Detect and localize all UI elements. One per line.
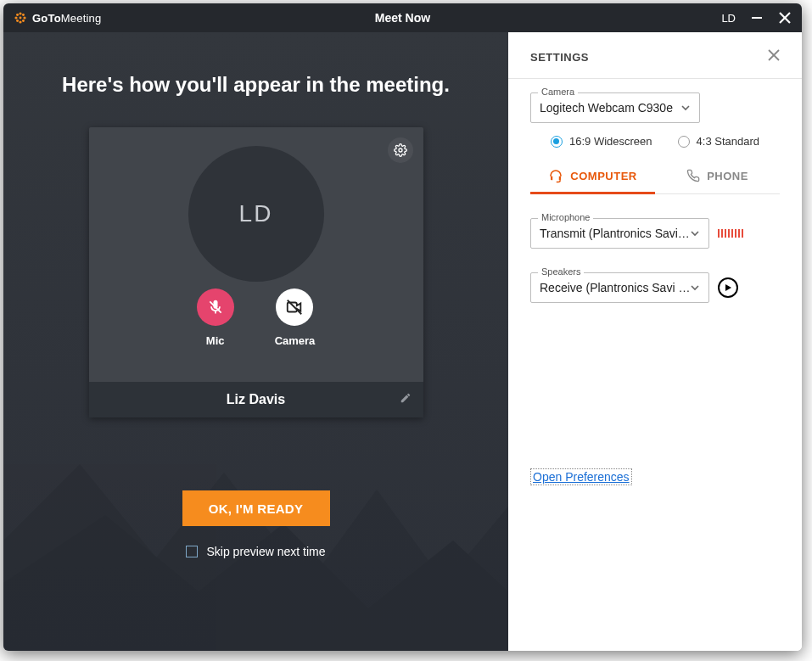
settings-panel: SETTINGS Camera Logitech Webcam C930e 16… [508, 32, 802, 651]
speakers-value: Receive (Plantronics Savi … [540, 281, 690, 294]
svg-point-12 [399, 148, 402, 152]
tab-computer-label: COMPUTER [570, 170, 636, 182]
svg-point-3 [14, 16, 17, 19]
tab-phone[interactable]: PHONE [655, 160, 780, 193]
skip-preview-checkbox[interactable]: Skip preview next time [186, 545, 325, 558]
camera-legend: Camera [538, 87, 578, 97]
tab-phone-label: PHONE [707, 170, 748, 182]
titlebar: GoToMeeting Meet Now LD [3, 3, 802, 32]
svg-point-2 [19, 20, 21, 23]
camera-off-icon [285, 298, 304, 316]
open-preferences-text[interactable]: Open Preferences [530, 468, 632, 485]
test-speakers-button[interactable] [718, 277, 738, 298]
svg-point-5 [16, 14, 19, 16]
microphone-legend: Microphone [538, 212, 593, 222]
play-icon [724, 283, 732, 292]
mic-level-meter [718, 229, 743, 238]
brand: GoToMeeting [14, 11, 183, 25]
camera-select[interactable]: Camera Logitech Webcam C930e [530, 92, 700, 123]
microphone-select[interactable]: Microphone Transmit (Plantronics Savi… [530, 218, 709, 249]
microphone-value: Transmit (Plantronics Savi… [540, 227, 690, 240]
aspect-standard-radio[interactable]: 4:3 Standard [678, 135, 759, 148]
checkbox-icon[interactable] [186, 546, 198, 557]
minimize-button[interactable] [751, 12, 763, 24]
phone-icon [686, 169, 700, 182]
preview-panel: Here's how you'll appear in the meeting.… [3, 32, 508, 651]
close-settings-icon[interactable] [768, 49, 780, 64]
headset-icon [548, 168, 563, 183]
mic-label: Mic [206, 334, 225, 347]
speakers-legend: Speakers [538, 266, 584, 277]
brand-text: GoToMeeting [32, 12, 101, 25]
aspect-widescreen-radio[interactable]: 16:9 Widescreen [551, 135, 652, 148]
open-preferences-link[interactable]: Open Preferences [530, 469, 632, 485]
window-title: Meet Now [183, 11, 622, 25]
gear-icon[interactable] [388, 137, 413, 163]
aspect-standard-label: 4:3 Standard [697, 135, 759, 148]
svg-point-0 [20, 17, 22, 20]
close-button[interactable] [778, 11, 792, 25]
avatar: LD [188, 146, 324, 282]
svg-point-4 [23, 16, 25, 19]
skip-preview-label: Skip preview next time [206, 545, 325, 558]
speakers-select[interactable]: Speakers Receive (Plantronics Savi … [530, 272, 709, 303]
settings-title: SETTINGS [530, 51, 589, 64]
avatar-initials: LD [239, 200, 273, 227]
mic-toggle-button[interactable] [197, 288, 234, 326]
daisy-icon [14, 11, 27, 25]
aspect-widescreen-label: 16:9 Widescreen [569, 135, 652, 148]
svg-point-7 [16, 20, 19, 22]
chevron-down-icon [690, 283, 700, 293]
mountains-background [3, 413, 508, 651]
ok-ready-button[interactable]: OK, I'M READY [182, 490, 330, 526]
svg-point-6 [22, 14, 25, 16]
app-window: GoToMeeting Meet Now LD Here's how you'l… [3, 3, 802, 651]
camera-value: Logitech Webcam C930e [540, 101, 680, 115]
chevron-down-icon [690, 228, 700, 238]
camera-toggle-button[interactable] [276, 288, 313, 326]
preview-heading: Here's how you'll appear in the meeting. [62, 73, 450, 97]
video-preview-box: LD Mic [89, 127, 423, 417]
mic-muted-icon [207, 299, 224, 316]
chevron-down-icon [680, 103, 691, 113]
camera-label: Camera [275, 334, 316, 347]
svg-point-1 [19, 12, 21, 14]
user-initials-badge[interactable]: LD [721, 12, 736, 25]
svg-point-8 [22, 20, 25, 22]
display-name-bar: Liz Davis [89, 382, 423, 417]
display-name: Liz Davis [227, 392, 285, 407]
tab-computer[interactable]: COMPUTER [530, 160, 655, 193]
edit-name-icon[interactable] [400, 392, 412, 407]
